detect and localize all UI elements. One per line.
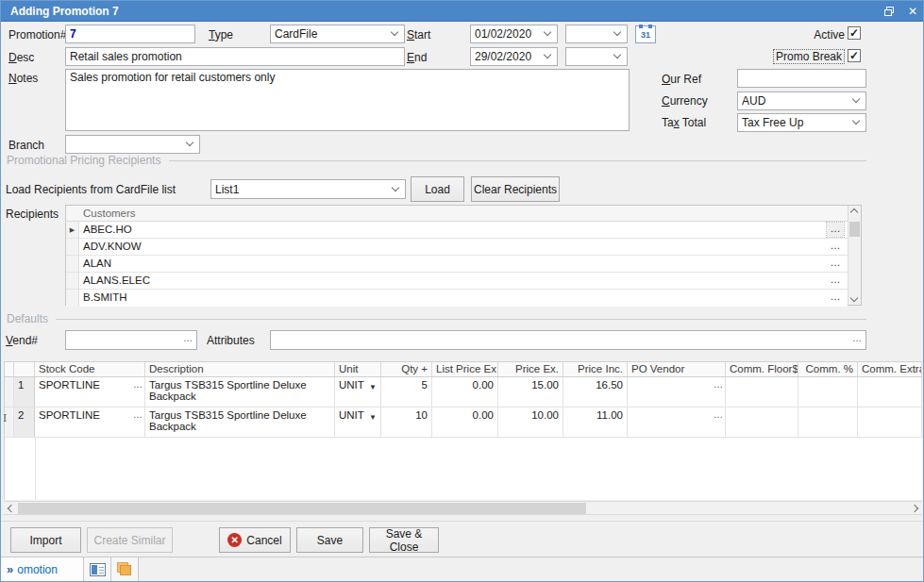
po-vendor-cell[interactable]: …	[628, 407, 726, 437]
close-icon[interactable]: ✕	[908, 1, 917, 22]
grid-header-comm-pct: Comm. %	[798, 362, 858, 376]
tab-promotion[interactable]: » omotion	[1, 557, 84, 581]
chevron-down-icon	[613, 51, 621, 58]
price-ex-cell[interactable]: 15.00	[498, 377, 563, 407]
start-time-select[interactable]	[565, 25, 628, 43]
type-select[interactable]: CardFile	[270, 25, 405, 43]
restore-window-icon[interactable]	[884, 7, 895, 16]
tab-label: omotion	[17, 563, 58, 576]
qty-cell[interactable]: 5	[381, 377, 432, 407]
recipient-row[interactable]: ▶ ABEC.HO …	[66, 222, 848, 239]
tab-report[interactable]	[84, 557, 111, 581]
qty-cell[interactable]: 10	[381, 407, 432, 437]
section-divider	[56, 319, 866, 320]
our-ref-field[interactable]	[737, 69, 866, 88]
cardfile-list-select[interactable]: List1	[210, 179, 406, 199]
promotion-number-field[interactable]	[65, 25, 195, 43]
ellipsis-button[interactable]: …	[852, 333, 862, 343]
end-time-select[interactable]	[565, 47, 628, 66]
grid-header-rownum	[14, 362, 35, 376]
price-inc-cell[interactable]: 16.50	[563, 377, 628, 407]
end-date-select[interactable]: 29/02/2020	[470, 47, 558, 66]
dropdown-arrow-icon[interactable]: ▼	[369, 383, 377, 391]
scroll-left-icon[interactable]	[8, 505, 15, 512]
scroll-right-icon[interactable]	[911, 505, 918, 512]
stock-code-cell[interactable]: SPORTLINE…	[35, 377, 145, 407]
cancel-button[interactable]: ✕ Cancel	[219, 527, 291, 553]
unit-cell[interactable]: UNIT▼	[335, 407, 381, 437]
price-ex-cell[interactable]: 10.00	[498, 407, 563, 437]
chevron-down-icon	[613, 28, 621, 36]
stock-code-cell[interactable]: SPORTLINE…	[35, 407, 145, 437]
branch-select[interactable]	[65, 135, 200, 154]
attributes-field[interactable]: …	[270, 330, 866, 350]
scrollbar-thumb[interactable]	[849, 222, 860, 237]
ellipsis-button[interactable]: …	[714, 409, 723, 420]
save-close-button[interactable]: Save & Close	[369, 527, 439, 553]
start-date-select[interactable]: 01/02/2020	[470, 25, 558, 43]
ellipsis-button[interactable]: …	[827, 257, 844, 271]
chevron-down-icon	[544, 51, 551, 58]
ellipsis-button[interactable]: …	[183, 333, 193, 343]
grid-header-list-price-ex: List Price Ex.	[432, 362, 498, 376]
tab-copies[interactable]	[111, 557, 139, 581]
import-button[interactable]: Import	[10, 527, 81, 553]
promotion-number-label: Promotion#	[8, 28, 66, 42]
vend-field[interactable]: …	[65, 330, 197, 350]
ellipsis-button[interactable]: …	[827, 274, 844, 288]
chevron-down-icon	[391, 28, 398, 36]
start-label: Start	[407, 28, 430, 42]
comm-pct-cell[interactable]	[798, 377, 858, 407]
ellipsis-button[interactable]: …	[827, 240, 844, 254]
scrollbar-thumb[interactable]	[18, 503, 586, 514]
save-button[interactable]: Save	[296, 527, 363, 553]
horizontal-scrollbar[interactable]	[4, 501, 922, 515]
price-inc-cell[interactable]: 11.00	[563, 407, 628, 437]
comm-floor-cell[interactable]	[726, 407, 798, 437]
calendar-icon[interactable]: 31	[635, 25, 656, 43]
row-marker-icon: ▶	[66, 222, 79, 238]
list-price-ex-cell[interactable]: 0.00	[432, 377, 498, 407]
po-vendor-cell[interactable]: …	[628, 377, 726, 407]
comm-extra-cell[interactable]	[858, 377, 922, 407]
comm-extra-cell[interactable]	[858, 407, 922, 437]
recipient-row[interactable]: ALAN …	[66, 256, 848, 273]
tax-total-label: Tax Total	[662, 116, 706, 129]
description-cell[interactable]: Targus TSB315 Sportline Deluxe Backpack	[145, 407, 335, 437]
ellipsis-button[interactable]: …	[714, 379, 723, 390]
list-price-ex-cell[interactable]: 0.00	[432, 407, 498, 437]
load-button[interactable]: Load	[411, 176, 464, 202]
tax-total-select[interactable]: Tax Free Up	[737, 113, 866, 132]
notes-field[interactable]: Sales promotion for retail customers onl…	[65, 69, 630, 131]
comm-pct-cell[interactable]	[798, 407, 858, 437]
unit-cell[interactable]: UNIT▼	[335, 377, 381, 407]
ellipsis-button[interactable]: …	[133, 379, 143, 390]
clear-recipients-button[interactable]: Clear Recipients	[471, 176, 560, 202]
desc-label: Desc	[8, 51, 34, 64]
cardfile-list-value: List1	[215, 183, 239, 196]
active-checkbox[interactable]: ✓	[848, 26, 861, 40]
scroll-down-icon[interactable]	[850, 294, 858, 302]
ellipsis-button[interactable]: …	[827, 291, 844, 305]
grid-header-unit: Unit	[335, 362, 381, 376]
ellipsis-button[interactable]: …	[133, 409, 143, 420]
grid-header-comm-extra: Comm. Extra	[858, 362, 922, 376]
recipient-name: B.SMITH	[83, 290, 127, 306]
promo-break-checkbox[interactable]: ✓	[848, 49, 861, 62]
dropdown-arrow-icon[interactable]: ▼	[369, 413, 377, 422]
checkmark-icon: ✓	[849, 49, 859, 62]
currency-label: Currency	[662, 94, 708, 108]
chevrons-icon: »	[7, 562, 13, 576]
comm-floor-cell[interactable]	[726, 377, 798, 407]
desc-field[interactable]	[65, 47, 405, 66]
description-cell[interactable]: Targus TSB315 Sportline Deluxe Backpack	[145, 377, 335, 407]
grid-row[interactable]: 1 SPORTLINE… Targus TSB315 Sportline Del…	[5, 377, 922, 407]
vertical-scrollbar[interactable]	[848, 206, 861, 305]
grid-row[interactable]: 2 SPORTLINE… Targus TSB315 Sportline Del…	[5, 407, 922, 438]
currency-select[interactable]: AUD	[737, 91, 866, 110]
recipient-row[interactable]: ALANS.ELEC …	[66, 273, 848, 290]
recipient-row[interactable]: B.SMITH …	[66, 290, 848, 307]
scroll-up-icon[interactable]	[850, 208, 858, 216]
ellipsis-button[interactable]: …	[827, 223, 844, 237]
recipient-row[interactable]: ADV.KNOW …	[66, 239, 848, 256]
